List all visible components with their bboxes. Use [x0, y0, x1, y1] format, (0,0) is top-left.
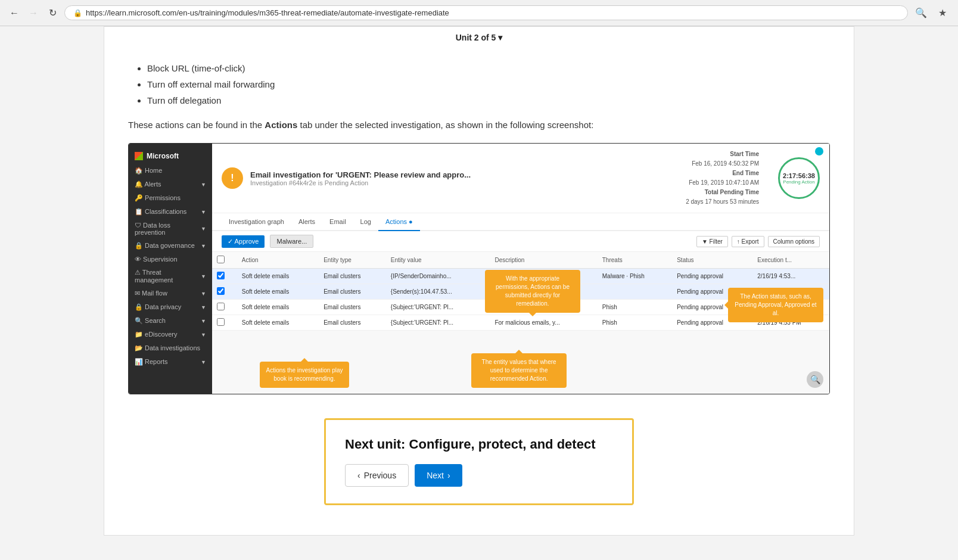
sidebar-reports-label: 📊 Reports: [135, 358, 168, 366]
cell-checkbox: [212, 284, 237, 300]
tab-alerts[interactable]: Alerts: [291, 213, 322, 231]
address-bar[interactable]: 🔒 https://learn.microsoft.com/en-us/trai…: [64, 5, 908, 20]
cell-action: Soft delete emails: [237, 300, 319, 315]
cell-execution: 2/16/19 4:53...: [752, 269, 829, 284]
col-entity-value: Entity value: [386, 252, 490, 269]
callout-playbook: Actions the investigation play book is r…: [260, 362, 349, 388]
row-checkbox[interactable]: [217, 318, 225, 326]
sidebar-governance-label: 🔒 Data governance: [135, 242, 195, 250]
chevron-down-icon: ▼: [201, 332, 206, 338]
row-checkbox[interactable]: [217, 272, 225, 279]
cell-entity-type: Email clusters: [319, 300, 386, 315]
cell-threats: [598, 284, 672, 300]
malware-button[interactable]: Malware...: [270, 235, 313, 248]
timer-time: 2:17:56:38: [783, 172, 815, 179]
unit-nav: Unit 2 of 5 ▾: [104, 27, 854, 48]
row-checkbox[interactable]: [217, 303, 225, 310]
filter-button[interactable]: ▼ Filter: [696, 236, 728, 247]
sidebar-item-reports[interactable]: 📊 Reports ▼: [129, 355, 212, 369]
cell-action: Soft delete emails: [237, 315, 319, 331]
actions-text-after: tab under the selected investigation, as…: [297, 120, 593, 130]
back-button[interactable]: ←: [7, 6, 21, 20]
sidebar-dlp-label: 🛡 Data loss prevention: [135, 222, 201, 236]
callout-approve-actions: With the appropriate permissions, Action…: [485, 270, 580, 313]
zoom-button[interactable]: 🔍: [807, 371, 823, 388]
status-dot: [815, 147, 823, 155]
tab-investigation-graph[interactable]: Investigation graph: [222, 213, 291, 231]
select-all-checkbox[interactable]: [217, 256, 225, 263]
sidebar-item-threat[interactable]: ⚠ Threat management ▼: [129, 266, 212, 287]
lock-icon: 🔒: [73, 9, 82, 17]
sidebar-item-ediscovery[interactable]: 📁 eDiscovery ▼: [129, 328, 212, 341]
sidebar-threat-label: ⚠ Threat management: [135, 269, 201, 284]
callout-action-status: The Action status, such as, Pending Appr…: [728, 288, 823, 322]
sidebar-item-alerts[interactable]: 🔔 Alerts ▼: [129, 178, 212, 191]
pending-label: Total Pending Time: [686, 188, 759, 197]
reload-button[interactable]: ↻: [45, 6, 60, 20]
sidebar-brand: Microsoft: [147, 152, 179, 160]
admin-main: ! Email investigation for 'URGENT: Pleas…: [212, 144, 829, 394]
col-checkbox: [212, 252, 237, 269]
inv-subtitle: Investigation #64k4r2e is Pending Action: [250, 179, 679, 186]
sidebar-item-governance[interactable]: 🔒 Data governance ▼: [129, 239, 212, 253]
cell-threats: Phish: [598, 300, 672, 315]
investigation-icon: !: [222, 167, 243, 189]
chevron-down-icon: ▼: [201, 182, 206, 188]
chevron-down-icon: ▼: [201, 359, 206, 365]
previous-button[interactable]: ‹ Previous: [345, 464, 409, 487]
approve-button[interactable]: ✓ Approve: [222, 235, 265, 248]
screenshot-inner: Microsoft 🏠 Home 🔔 Alerts ▼ 🔑 Permission…: [129, 144, 829, 394]
end-time-label: End Time: [686, 169, 759, 178]
timer-circle: 2:17:56:38 Pending Action: [778, 157, 820, 199]
bullet-list: Block URL (time-of-click) Turn off exter…: [128, 60, 830, 108]
sidebar-mail-label: ✉ Mail flow: [135, 290, 167, 297]
sidebar-item-search[interactable]: 🔍 Search ▼: [129, 314, 212, 328]
ms-logo-icon: [135, 152, 143, 160]
search-button[interactable]: 🔍: [913, 5, 929, 21]
screenshot-container: Microsoft 🏠 Home 🔔 Alerts ▼ 🔑 Permission…: [128, 143, 830, 394]
sidebar-supervision-label: 👁 Supervision: [135, 256, 178, 263]
content-card: Unit 2 of 5 ▾ Block URL (time-of-click) …: [104, 26, 854, 536]
bookmark-button[interactable]: ★: [934, 5, 951, 21]
cell-threats: Phish: [598, 315, 672, 331]
sidebar-item-privacy[interactable]: 🔒 Data privacy ▼: [129, 300, 212, 314]
previous-label: Previous: [364, 471, 396, 480]
next-unit-box: Next unit: Configure, protect, and detec…: [324, 418, 634, 505]
column-options-button[interactable]: Column options: [768, 236, 820, 247]
cell-entity-type: Email clusters: [319, 315, 386, 331]
tab-email[interactable]: Email: [322, 213, 353, 231]
sidebar-item-datainv[interactable]: 📂 Data investigations: [129, 341, 212, 355]
cell-entity-value: {Subject:'URGENT: Pl...: [386, 300, 490, 315]
sidebar-item-permissions[interactable]: 🔑 Permissions: [129, 191, 212, 205]
sidebar-item-classifications[interactable]: 📋 Classifications ▼: [129, 205, 212, 219]
list-item: Turn off delegation: [147, 92, 830, 108]
sidebar-ediscovery-label: 📁 eDiscovery: [135, 331, 177, 338]
admin-screenshot: Microsoft 🏠 Home 🔔 Alerts ▼ 🔑 Permission…: [129, 144, 829, 394]
chevron-left-icon: ‹: [357, 471, 360, 480]
actions-paragraph: These actions can be found in the Action…: [128, 118, 830, 132]
next-button[interactable]: Next ›: [415, 464, 462, 487]
export-button[interactable]: ↑ Export: [732, 236, 764, 247]
tab-actions[interactable]: Actions ●: [378, 213, 420, 231]
callout-entity-values: The entity values that where used to det…: [471, 353, 567, 388]
table-header-row: Action Entity type Entity value Descript…: [212, 252, 829, 269]
next-unit-title: Next unit: Configure, protect, and detec…: [345, 437, 613, 452]
cell-action: Soft delete emails: [237, 269, 319, 284]
sidebar-item-mail[interactable]: ✉ Mail flow ▼: [129, 287, 212, 300]
sidebar-item-home[interactable]: 🏠 Home: [129, 164, 212, 178]
unit-nav-label[interactable]: Unit 2 of 5 ▾: [456, 33, 503, 42]
sidebar-header: Microsoft: [129, 148, 212, 164]
toolbar-right: ▼ Filter ↑ Export Column options: [696, 236, 820, 247]
sidebar-item-supervision[interactable]: 👁 Supervision: [129, 253, 212, 266]
cell-checkbox: [212, 300, 237, 315]
nav-buttons: ‹ Previous Next ›: [345, 464, 613, 487]
cell-entity-type: Email clusters: [319, 284, 386, 300]
investigation-title: Email investigation for 'URGENT: Please …: [250, 170, 679, 186]
row-checkbox[interactable]: [217, 287, 225, 295]
tab-log[interactable]: Log: [353, 213, 378, 231]
sidebar-privacy-label: 🔒 Data privacy: [135, 303, 181, 311]
forward-button[interactable]: →: [26, 6, 41, 20]
toolbar-left: ✓ Approve Malware...: [222, 235, 313, 248]
col-description: Description: [490, 252, 597, 269]
sidebar-item-dlp[interactable]: 🛡 Data loss prevention ▼: [129, 219, 212, 239]
